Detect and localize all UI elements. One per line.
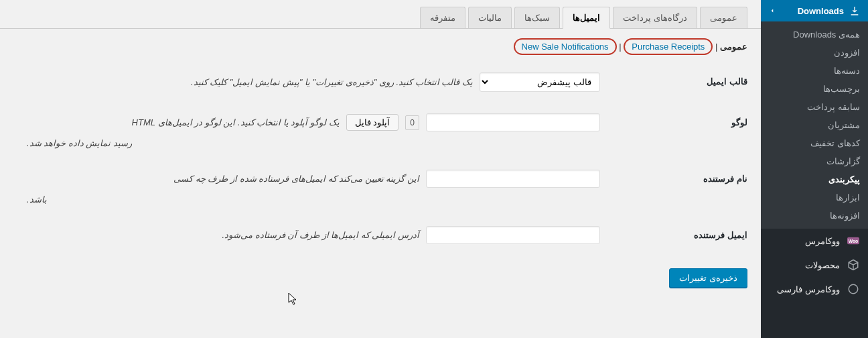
submenu-categories[interactable]: دسته‌ها xyxy=(761,62,868,80)
from-name-input[interactable] xyxy=(426,170,600,188)
from-email-input[interactable] xyxy=(426,226,600,244)
label-from-name: نام فرستنده xyxy=(613,170,747,184)
tab-emails[interactable]: ایمیل‌ها xyxy=(563,7,610,29)
email-template-desc: یک قالب انتخاب کنید. روی "ذخیره‌ی تغییرا… xyxy=(191,77,473,87)
settings-tabs: عمومی درگاه‌های پرداخت ایمیل‌ها سبک‌ها م… xyxy=(0,0,761,29)
svg-text:Woo: Woo xyxy=(849,239,859,243)
label-from-email: ایمیل فرستنده xyxy=(613,226,747,240)
tab-taxes[interactable]: مالیات xyxy=(468,7,512,28)
from-name-desc-2: باشد. xyxy=(13,194,600,205)
menu-label: ووکامرس xyxy=(805,236,840,246)
admin-sidebar: Downloads همه‌ی Downloads افزودن دسته‌ها… xyxy=(761,0,868,338)
chevron-left-icon[interactable] xyxy=(769,7,776,14)
sidebar-header-label: Downloads xyxy=(798,6,844,16)
package-icon xyxy=(847,258,860,272)
submenu-customers[interactable]: مشتریان xyxy=(761,116,868,134)
menu-label: محصولات xyxy=(805,260,840,270)
svg-point-2 xyxy=(849,284,858,294)
submenu-payment-history[interactable]: سابقه پرداخت xyxy=(761,98,868,116)
tab-misc[interactable]: متفرقه xyxy=(420,7,465,28)
upload-file-button[interactable]: آپلود فایل xyxy=(346,114,399,131)
tab-payment-gateways[interactable]: درگاه‌های پرداخت xyxy=(613,7,697,28)
submenu-all-downloads[interactable]: همه‌ی Downloads xyxy=(761,25,868,44)
from-name-desc: این گزینه تعیین می‌کند که ایمیل‌های فرست… xyxy=(173,174,419,184)
save-row: ذخیره‌ی تغییرات xyxy=(0,255,761,301)
subsection-new-sale-notifications[interactable]: New Sale Notifications xyxy=(514,38,617,55)
subsection-purchase-receipts[interactable]: Purchase Receipts xyxy=(624,38,713,55)
menu-woocommerce[interactable]: Woo ووکامرس xyxy=(761,229,868,253)
submenu-settings[interactable]: پیکربندی xyxy=(761,170,868,188)
woo-persian-icon xyxy=(847,282,860,296)
logo-desc: یک لوگو آپلود یا انتخاب کنید. این لوگو د… xyxy=(132,117,340,127)
subsection-general: عمومی xyxy=(720,42,747,52)
menu-products[interactable]: محصولات xyxy=(761,253,868,277)
file-count-badge: 0 xyxy=(405,115,419,130)
label-email-template: قالب ایمیل xyxy=(613,72,747,87)
logo-desc-2: رسید نمایش داده خواهد شد. xyxy=(13,138,600,148)
email-settings-form: قالب ایمیل قالب پیشفرض یک قالب انتخاب کن… xyxy=(0,62,761,255)
main-content: عمومی درگاه‌های پرداخت ایمیل‌ها سبک‌ها م… xyxy=(0,0,761,338)
woo-icon: Woo xyxy=(847,234,860,247)
row-from-email: ایمیل فرستنده آدرس ایمیلی که ایمیل‌ها از… xyxy=(13,215,747,255)
tab-styles[interactable]: سبک‌ها xyxy=(514,7,560,28)
submenu-tags[interactable]: برچسب‌ها xyxy=(761,80,868,98)
row-from-name: نام فرستنده این گزینه تعیین می‌کند که ای… xyxy=(13,159,747,215)
menu-woo-persian[interactable]: ووکامرس فارسی xyxy=(761,277,868,301)
tab-general[interactable]: عمومی xyxy=(700,7,747,28)
menu-label: ووکامرس فارسی xyxy=(777,284,840,294)
email-subsections: عمومی | Purchase Receipts | New Sale Not… xyxy=(0,29,761,62)
save-changes-button[interactable]: ذخیره‌ی تغییرات xyxy=(669,268,747,288)
download-icon xyxy=(849,5,860,16)
sidebar-submenu: همه‌ی Downloads افزودن دسته‌ها برچسب‌ها … xyxy=(761,21,868,229)
submenu-reports[interactable]: گزارشات xyxy=(761,152,868,170)
from-email-desc: آدرس ایمیلی که ایمیل‌ها از طرف آن فرستاد… xyxy=(222,230,419,240)
submenu-extensions[interactable]: افزونه‌ها xyxy=(761,207,868,225)
email-template-select[interactable]: قالب پیشفرض xyxy=(480,72,600,92)
label-logo: لوگو xyxy=(613,113,747,127)
submenu-discount-codes[interactable]: کدهای تخفیف xyxy=(761,134,868,152)
row-email-template: قالب ایمیل قالب پیشفرض یک قالب انتخاب کن… xyxy=(13,62,747,103)
sidebar-header-downloads[interactable]: Downloads xyxy=(761,0,868,21)
logo-path-input[interactable] xyxy=(426,113,600,131)
submenu-tools[interactable]: ابزارها xyxy=(761,188,868,207)
row-logo: لوگو 0 آپلود فایل یک لوگو آپلود یا انتخا… xyxy=(13,103,747,159)
submenu-add[interactable]: افزودن xyxy=(761,44,868,62)
